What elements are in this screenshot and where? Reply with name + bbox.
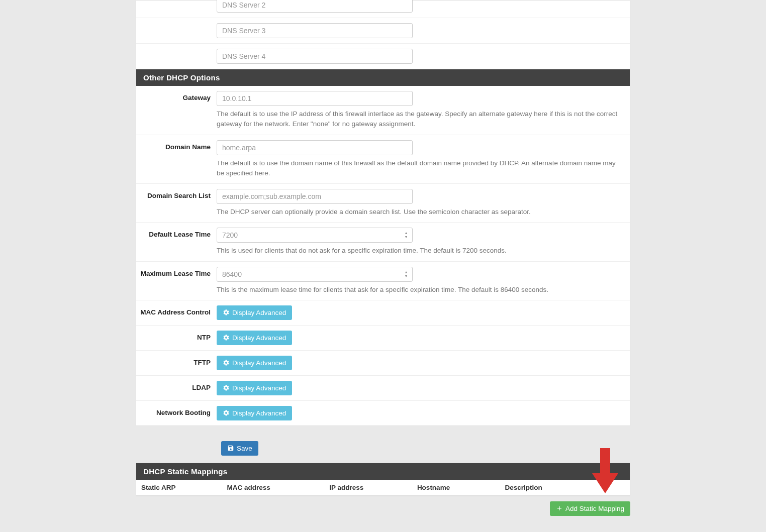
gear-icon [223,409,230,416]
mac-control-advanced-button[interactable]: Display Advanced [217,305,292,320]
dns-server-3-input[interactable] [217,23,413,38]
default-lease-help: This is used for clients that do not ask… [217,246,625,256]
col-ip-address: IP address [329,484,417,491]
domain-name-input[interactable] [217,140,413,155]
advanced-button-label: Display Advanced [232,409,286,417]
save-icon [227,445,234,452]
gateway-input[interactable] [217,91,413,106]
netboot-label: Network Booting [136,406,217,420]
static-mappings-header: DHCP Static Mappings [136,463,630,480]
max-lease-input[interactable] [217,267,413,282]
ldap-label: LDAP [136,381,217,395]
gear-icon [223,309,230,316]
domain-name-help: The default is to use the domain name of… [217,158,625,179]
dns-server-2-input[interactable] [217,0,413,13]
netboot-advanced-button[interactable]: Display Advanced [217,406,292,420]
gateway-label: Gateway [136,91,217,130]
domain-search-label: Domain Search List [136,189,217,217]
gear-icon [223,359,230,366]
ntp-advanced-button[interactable]: Display Advanced [217,331,292,345]
dns-server-4-input[interactable] [217,49,413,64]
plus-icon [556,505,563,512]
domain-search-help: The DHCP server can optionally provide a… [217,207,625,217]
tftp-label: TFTP [136,356,217,370]
table-header-row: Static ARP MAC address IP address Hostna… [136,480,630,496]
gateway-help: The default is to use the IP address of … [217,109,625,130]
add-static-mapping-label: Add Static Mapping [565,505,624,512]
add-static-mapping-button[interactable]: Add Static Mapping [550,501,630,516]
col-hostname: Hostname [417,484,505,491]
max-lease-label: Maximum Lease Time [136,267,217,295]
col-description: Description [505,484,627,491]
advanced-button-label: Display Advanced [232,309,286,316]
col-static-arp: Static ARP [139,484,227,491]
ntp-label: NTP [136,331,217,345]
save-button-label: Save [237,445,252,452]
domain-search-input[interactable] [217,189,413,204]
advanced-button-label: Display Advanced [232,384,286,392]
gear-icon [223,334,230,341]
gear-icon [223,384,230,391]
default-lease-input[interactable] [217,228,413,243]
number-spinner-icon[interactable]: ▴▾ [403,231,410,240]
advanced-button-label: Display Advanced [232,334,286,342]
other-dhcp-options-header: Other DHCP Options [136,69,630,86]
domain-name-label: Domain Name [136,140,217,179]
save-button[interactable]: Save [221,441,258,456]
advanced-button-label: Display Advanced [232,359,286,367]
ldap-advanced-button[interactable]: Display Advanced [217,381,292,395]
tftp-advanced-button[interactable]: Display Advanced [217,356,292,370]
number-spinner-icon[interactable]: ▴▾ [403,270,410,279]
default-lease-label: Default Lease Time [136,228,217,256]
col-mac-address: MAC address [227,484,330,491]
max-lease-help: This is the maximum lease time for clien… [217,285,625,295]
mac-control-label: MAC Address Control [136,305,217,320]
